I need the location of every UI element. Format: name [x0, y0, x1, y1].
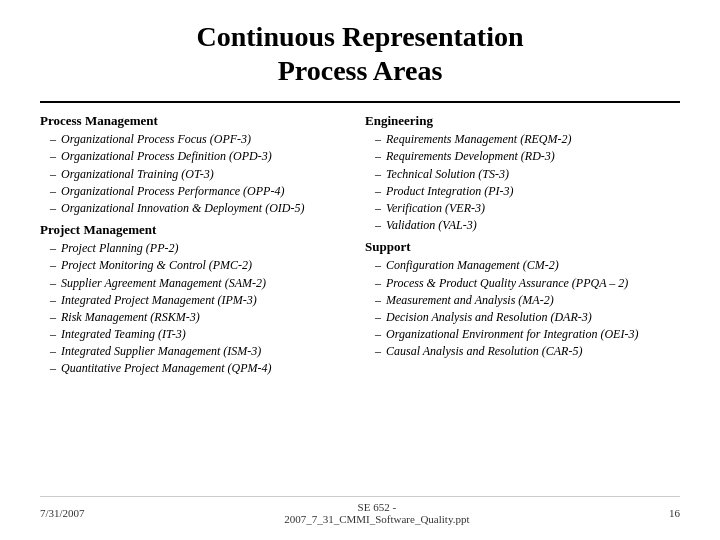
footer-center: SE 652 - 2007_7_31_CMMI_Software_Quality…	[284, 501, 469, 525]
list-item: Requirements Development (RD-3)	[375, 148, 680, 164]
project-management-title: Project Management	[40, 222, 355, 238]
slide-title: Continuous Representation Process Areas	[40, 20, 680, 87]
footer-date: 7/31/2007	[40, 507, 85, 519]
support-title: Support	[365, 239, 680, 255]
slide: Continuous Representation Process Areas …	[0, 0, 720, 540]
right-column: Engineering Requirements Management (REQ…	[365, 113, 680, 496]
list-item: Organizational Process Focus (OPF-3)	[50, 131, 355, 147]
list-item: Integrated Supplier Management (ISM-3)	[50, 343, 355, 359]
list-item: Organizational Training (OT-3)	[50, 166, 355, 182]
support-list: Configuration Management (CM-2) Process …	[365, 257, 680, 359]
list-item: Product Integration (PI-3)	[375, 183, 680, 199]
list-item: Verification (VER-3)	[375, 200, 680, 216]
list-item: Project Monitoring & Control (PMC-2)	[50, 257, 355, 273]
process-management-block: Process Management Organizational Proces…	[40, 113, 355, 216]
engineering-title: Engineering	[365, 113, 680, 129]
list-item: Process & Product Quality Assurance (PPQ…	[375, 275, 680, 291]
list-item: Supplier Agreement Management (SAM-2)	[50, 275, 355, 291]
list-item: Organizational Process Definition (OPD-3…	[50, 148, 355, 164]
list-item: Integrated Project Management (IPM-3)	[50, 292, 355, 308]
list-item: Decision Analysis and Resolution (DAR-3)	[375, 309, 680, 325]
list-item: Configuration Management (CM-2)	[375, 257, 680, 273]
list-item: Organizational Environment for Integrati…	[375, 326, 680, 342]
list-item: Organizational Process Performance (OPP-…	[50, 183, 355, 199]
footer-page: 16	[669, 507, 680, 519]
list-item: Organizational Innovation & Deployment (…	[50, 200, 355, 216]
footer: 7/31/2007 SE 652 - 2007_7_31_CMMI_Softwa…	[40, 496, 680, 525]
list-item: Causal Analysis and Resolution (CAR-5)	[375, 343, 680, 359]
process-management-title: Process Management	[40, 113, 355, 129]
list-item: Integrated Teaming (IT-3)	[50, 326, 355, 342]
content-area: Process Management Organizational Proces…	[40, 113, 680, 496]
list-item: Quantitative Project Management (QPM-4)	[50, 360, 355, 376]
list-item: Requirements Management (REQM-2)	[375, 131, 680, 147]
project-management-block: Project Management Project Planning (PP-…	[40, 222, 355, 377]
list-item: Measurement and Analysis (MA-2)	[375, 292, 680, 308]
left-column: Process Management Organizational Proces…	[40, 113, 355, 496]
project-management-list: Project Planning (PP-2) Project Monitori…	[40, 240, 355, 377]
engineering-block: Engineering Requirements Management (REQ…	[365, 113, 680, 233]
title-line1: Continuous Representation	[197, 21, 524, 52]
process-management-list: Organizational Process Focus (OPF-3) Org…	[40, 131, 355, 216]
engineering-list: Requirements Management (REQM-2) Require…	[365, 131, 680, 233]
footer-center-line2: 2007_7_31_CMMI_Software_Quality.ppt	[284, 513, 469, 525]
list-item: Project Planning (PP-2)	[50, 240, 355, 256]
title-divider	[40, 101, 680, 103]
list-item: Technical Solution (TS-3)	[375, 166, 680, 182]
title-section: Continuous Representation Process Areas	[40, 20, 680, 87]
title-line2: Process Areas	[278, 55, 443, 86]
list-item: Risk Management (RSKM-3)	[50, 309, 355, 325]
footer-center-line1: SE 652 -	[284, 501, 469, 513]
support-block: Support Configuration Management (CM-2) …	[365, 239, 680, 359]
list-item: Validation (VAL-3)	[375, 217, 680, 233]
